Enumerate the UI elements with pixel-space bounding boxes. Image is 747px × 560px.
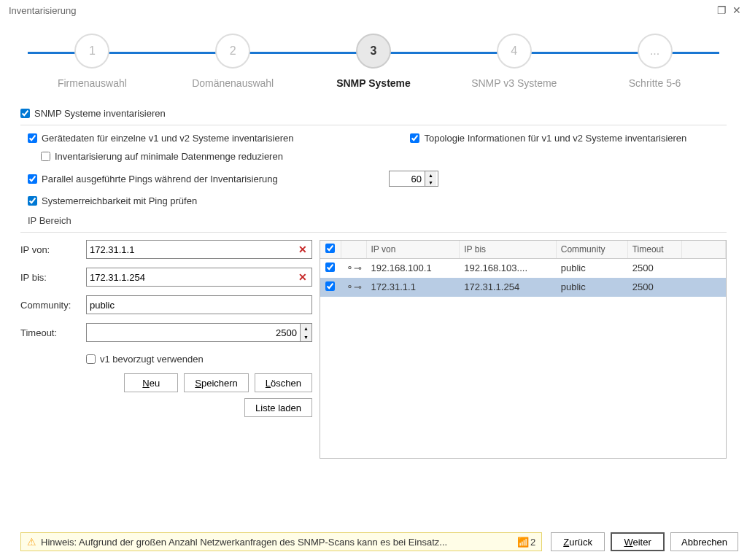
community-field[interactable] (86, 295, 312, 314)
clear-ip-from-icon[interactable]: ✕ (297, 244, 309, 255)
titlebar: Inventarisierung ❐ ✕ (0, 0, 747, 19)
cell-ipto: 172.31.1.254 (460, 278, 557, 297)
wizard-step[interactable]: ... Schritte 5-6 (584, 34, 725, 89)
parallel-pings-input[interactable] (390, 171, 425, 186)
label-community: Community: (20, 300, 86, 311)
step-label: Firmenauswahl (58, 77, 127, 89)
table-checkall[interactable] (325, 244, 335, 253)
chk-inventory[interactable] (20, 109, 30, 118)
spin-up-icon[interactable]: ▲ (425, 171, 436, 179)
timeout-down-icon[interactable]: ▼ (301, 332, 311, 341)
cell-ipto: 192.168.103.... (460, 259, 557, 278)
timeout-input[interactable] (87, 324, 300, 341)
back-button[interactable]: Zurück (551, 532, 605, 551)
th-timeout[interactable]: Timeout (627, 241, 681, 259)
timeout-spinner[interactable]: ▲ ▼ (86, 323, 312, 342)
chk-v1pref-label: v1 bevorzugt verwenden (100, 354, 204, 365)
ip-to-input[interactable] (90, 272, 297, 283)
hint-text: Hinweis: Aufgrund der großen Anzahl Netz… (41, 537, 513, 548)
hint-count: 📶 2 (517, 537, 535, 548)
table-row[interactable]: ⚬⊸ 172.31.1.1 172.31.1.254 public 2500 (320, 278, 726, 297)
chart-icon: 📶 (517, 537, 529, 548)
cell-community: public (556, 278, 627, 297)
label-ip-from: IP von: (20, 244, 86, 255)
step-circle: 3 (356, 34, 391, 69)
ip-from-field[interactable]: ✕ (86, 240, 312, 259)
save-button[interactable]: Speichern (184, 373, 249, 392)
step-label: Domänenauswahl (192, 77, 274, 89)
th-ipfrom[interactable]: IP von (366, 241, 460, 259)
step-circle: 2 (215, 34, 250, 69)
chk-inventory-row: SNMP Systeme inventarisieren (20, 108, 727, 119)
divider-2 (20, 232, 727, 233)
step-circle: 4 (497, 34, 532, 69)
ip-range-table: IP von IP bis Community Timeout ⚬⊸ 192.1… (320, 240, 727, 459)
chk-pingcheck-label: Systemerreichbarkeit mit Ping prüfen (42, 195, 197, 206)
table-header-row: IP von IP bis Community Timeout (320, 241, 726, 259)
clear-ip-to-icon[interactable]: ✕ (297, 271, 309, 283)
wizard-stepper: 1 Firmenauswahl2 Domänenauswahl3 SNMP Sy… (0, 19, 747, 96)
loadlist-button[interactable]: Liste laden (244, 398, 312, 417)
timeout-up-icon[interactable]: ▲ (301, 324, 311, 332)
table-row[interactable]: ⚬⊸ 192.168.100.1 192.168.103.... public … (320, 259, 726, 278)
step-label: SNMP Systeme (336, 77, 411, 89)
divider (20, 125, 727, 125)
maximize-icon[interactable]: ❐ (717, 4, 727, 16)
label-timeout: Timeout: (20, 327, 86, 338)
step-circle: 1 (74, 34, 109, 69)
step-label: SNMP v3 Systeme (471, 77, 557, 89)
delete-button[interactable]: Löschen (255, 373, 312, 392)
chk-devicedata[interactable] (28, 133, 37, 143)
chk-v1pref[interactable] (86, 354, 96, 364)
network-icon: ⚬⊸ (346, 281, 362, 292)
chk-parallel[interactable] (28, 174, 37, 184)
cell-ipfrom: 192.168.100.1 (366, 259, 460, 278)
th-community[interactable]: Community (556, 241, 627, 259)
hint-bar[interactable]: ⚠ Hinweis: Aufgrund der großen Anzahl Ne… (20, 532, 542, 551)
row-checkbox[interactable] (325, 262, 335, 272)
th-ipto[interactable]: IP bis (460, 241, 557, 259)
ip-to-field[interactable]: ✕ (86, 268, 312, 287)
wizard-step[interactable]: 2 Domänenauswahl (163, 34, 303, 89)
window-title: Inventarisierung (9, 5, 77, 16)
wizard-step[interactable]: 1 Firmenauswahl (22, 34, 163, 89)
cell-timeout: 2500 (627, 259, 681, 278)
parallel-pings-spinner[interactable]: ▲ ▼ (389, 171, 438, 187)
warning-icon: ⚠ (27, 536, 36, 548)
ip-range-heading: IP Bereich (28, 215, 727, 226)
label-ip-to: IP bis: (20, 272, 86, 283)
row-checkbox[interactable] (325, 281, 335, 291)
chk-minimal-label: Inventarisierung auf minimale Datenmenge… (55, 151, 283, 162)
cell-timeout: 2500 (627, 278, 681, 297)
chk-inventory-label: SNMP Systeme inventarisieren (34, 108, 166, 119)
community-input[interactable] (90, 300, 309, 311)
spin-down-icon[interactable]: ▼ (425, 179, 436, 186)
wizard-step[interactable]: 4 SNMP v3 Systeme (444, 34, 584, 89)
network-icon: ⚬⊸ (346, 262, 362, 273)
close-icon[interactable]: ✕ (732, 4, 741, 16)
cell-ipfrom: 172.31.1.1 (366, 278, 460, 297)
chk-topology[interactable] (410, 133, 419, 143)
chk-devicedata-label: Gerätedaten für einzelne v1 und v2 Syste… (42, 133, 293, 144)
cell-community: public (556, 259, 627, 278)
chk-pingcheck[interactable] (28, 196, 37, 206)
ip-from-input[interactable] (90, 244, 297, 255)
chk-minimal[interactable] (41, 152, 50, 161)
step-circle: ... (638, 34, 673, 69)
new-button[interactable]: Neu (124, 373, 178, 392)
step-label: Schritte 5-6 (629, 77, 681, 89)
chk-topology-label: Topologie Informationen für v1 und v2 Sy… (424, 133, 686, 144)
chk-parallel-label: Parallel ausgeführte Pings während der I… (42, 174, 384, 184)
wizard-step[interactable]: 3 SNMP Systeme (303, 34, 444, 89)
cancel-button[interactable]: Abbrechen (670, 532, 738, 551)
next-button[interactable]: Weiter (611, 532, 665, 551)
